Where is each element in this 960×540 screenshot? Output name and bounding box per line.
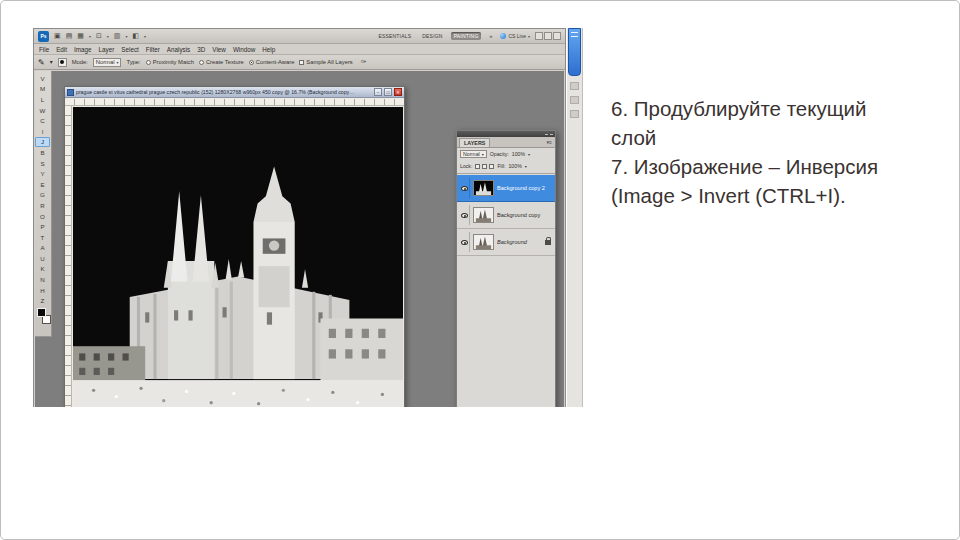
layer-name[interactable]: Background copy 2 — [497, 185, 553, 191]
lasso-tool[interactable]: L — [35, 94, 50, 105]
lock-icon — [545, 240, 551, 245]
tablet-pressure-icon[interactable]: ✑ — [361, 58, 367, 66]
3d-orbit-tool[interactable]: N — [35, 274, 50, 285]
layer-name[interactable]: Background — [497, 239, 542, 245]
canvas-image[interactable] — [73, 107, 403, 407]
cs-live-button[interactable]: CS Live ▾ — [500, 33, 530, 39]
clone-stamp-tool[interactable]: S — [35, 158, 50, 169]
radio-selected-icon — [249, 60, 254, 65]
zoom-tool[interactable]: Z — [35, 295, 50, 306]
menu-help[interactable]: Help — [262, 46, 275, 53]
layer-thumbnail[interactable] — [473, 207, 494, 223]
menu-window[interactable]: Window — [233, 46, 255, 53]
opacity-value[interactable]: 100% — [512, 151, 525, 157]
opacity-label: Opacity: — [490, 151, 509, 157]
fill-value[interactable]: 100% — [508, 163, 521, 169]
color-swatches[interactable] — [36, 308, 51, 324]
radio-proximity-match[interactable]: Proximity Match — [146, 59, 194, 65]
brush-tool[interactable]: B — [35, 147, 50, 158]
3d-rotate-tool[interactable]: K — [35, 264, 50, 275]
visibility-toggle[interactable] — [459, 178, 470, 198]
tab-layers[interactable]: LAYERS — [459, 138, 490, 147]
minimize-button[interactable] — [535, 32, 543, 40]
shape-tool[interactable]: U — [35, 253, 50, 264]
menu-image[interactable]: Image — [74, 46, 92, 53]
workspace-area: V M L W C I J B S Y E G R O P T A — [35, 71, 564, 407]
close-button[interactable] — [553, 32, 561, 40]
move-tool[interactable]: V — [35, 73, 50, 84]
radio-create-texture[interactable]: Create Texture — [199, 59, 244, 65]
menu-select[interactable]: Select — [121, 46, 139, 53]
presentation-slide: Ps ▣ ▤ ▦▾ ⊡▾ ▥▾ ◧▾ ESSENTIALS DESIGN PAI… — [0, 0, 960, 540]
path-selection-tool[interactable]: A — [35, 243, 50, 254]
menu-3d[interactable]: 3D — [197, 46, 205, 53]
blend-mode-select[interactable]: Normal ▾ — [460, 150, 487, 158]
pen-tool[interactable]: P — [35, 221, 50, 232]
menu-layer[interactable]: Layer — [99, 46, 115, 53]
mini-bridge-icon[interactable]: ▤ — [66, 32, 73, 40]
layer-row-background-copy-2[interactable]: Background copy 2 — [457, 175, 555, 202]
mode-value: Normal — [96, 59, 115, 65]
chevron-down-icon: ▾ — [525, 164, 527, 169]
workspace-design-button[interactable]: DESIGN — [419, 32, 445, 40]
close-icon[interactable]: ✕ — [394, 88, 402, 96]
blur-tool[interactable]: R — [35, 200, 50, 211]
dodge-tool[interactable]: O — [35, 211, 50, 222]
workspace-overflow-button[interactable]: » — [486, 32, 495, 40]
spot-healing-brush-icon[interactable]: ✎ — [38, 58, 45, 67]
bridge-icon[interactable]: ▣ — [54, 32, 61, 40]
view-extras-icon[interactable]: ▦ — [77, 32, 84, 40]
panel-menu-icon[interactable]: ▾≡ — [544, 139, 555, 147]
layer-name[interactable]: Background copy — [497, 212, 553, 218]
eye-icon — [461, 213, 468, 218]
menu-analysis[interactable]: Analysis — [167, 46, 190, 53]
brush-preset-picker[interactable] — [58, 58, 67, 67]
history-brush-tool[interactable]: Y — [35, 168, 50, 179]
collapsed-panel-icon[interactable] — [570, 82, 579, 90]
checkbox-label: Sample All Layers — [306, 59, 352, 65]
layer-thumbnail[interactable] — [473, 234, 494, 250]
vertical-ruler — [65, 106, 72, 407]
crop-tool[interactable]: C — [35, 115, 50, 126]
menu-edit[interactable]: Edit — [56, 46, 67, 53]
lock-transparency-icon[interactable] — [475, 164, 480, 169]
marquee-tool[interactable]: M — [35, 84, 50, 95]
radio-content-aware[interactable]: Content-Aware — [249, 59, 295, 65]
workspace-essentials-button[interactable]: ESSENTIALS — [375, 32, 414, 40]
restore-button[interactable] — [544, 32, 552, 40]
window-controls — [535, 32, 561, 40]
minimize-button[interactable]: − — [374, 88, 382, 96]
mode-select[interactable]: Normal ▾ — [93, 58, 122, 67]
eyedropper-tool[interactable]: I — [35, 126, 50, 137]
layer-row-background-copy[interactable]: Background copy — [457, 202, 555, 229]
layer-row-background[interactable]: Background — [457, 229, 555, 256]
lock-pixels-icon[interactable] — [482, 164, 487, 169]
application-bar: Ps ▣ ▤ ▦▾ ⊡▾ ▥▾ ◧▾ ESSENTIALS DESIGN PAI… — [34, 29, 565, 44]
eraser-tool[interactable]: E — [35, 179, 50, 190]
layer-thumbnail[interactable] — [473, 180, 494, 196]
sample-all-layers-checkbox[interactable]: Sample All Layers — [299, 59, 352, 65]
spot-healing-brush-tool[interactable]: J — [35, 137, 50, 148]
visibility-toggle[interactable] — [459, 205, 470, 225]
lock-all-icon[interactable] — [489, 164, 494, 169]
screen-mode-icon[interactable]: ◧ — [132, 32, 139, 40]
quick-selection-tool[interactable]: W — [35, 105, 50, 116]
collapsed-panel-icon[interactable] — [570, 96, 579, 104]
zoom-level-icon[interactable]: ⊡ — [96, 32, 102, 40]
radio-icon — [146, 60, 151, 65]
document-title: prague castle st vitus cathedral prague … — [76, 89, 372, 95]
collapsed-panel-icon[interactable] — [570, 110, 579, 118]
menu-view[interactable]: View — [212, 46, 226, 53]
gradient-tool[interactable]: G — [35, 190, 50, 201]
maximize-button[interactable]: □ — [384, 88, 392, 96]
hand-tool[interactable]: H — [35, 285, 50, 296]
arrange-documents-icon[interactable]: ▥ — [114, 32, 121, 40]
workspace-painting-button[interactable]: PAINTING — [451, 32, 482, 40]
document-title-bar[interactable]: prague castle st vitus cathedral prague … — [65, 87, 404, 98]
visibility-toggle[interactable] — [459, 232, 470, 252]
menu-filter[interactable]: Filter — [146, 46, 160, 53]
type-tool[interactable]: T — [35, 232, 50, 243]
collapsed-panel-tab[interactable] — [568, 28, 581, 76]
foreground-color-swatch[interactable] — [37, 308, 46, 317]
menu-file[interactable]: File — [39, 46, 49, 53]
